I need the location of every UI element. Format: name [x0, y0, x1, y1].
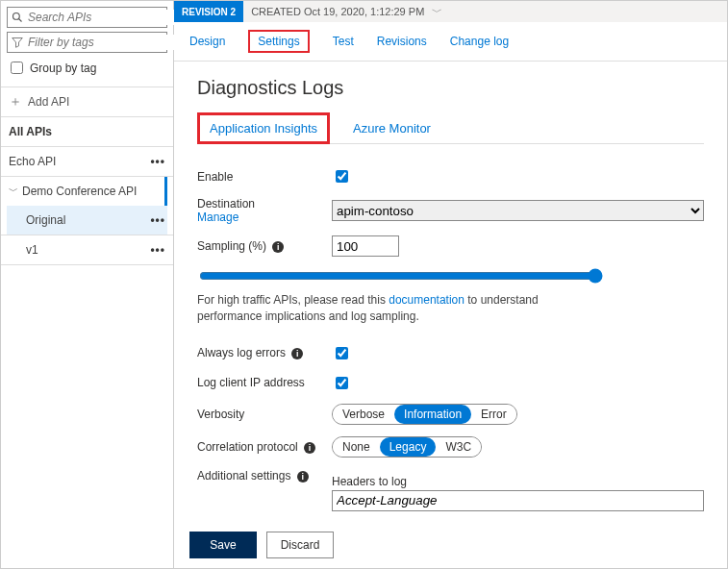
- save-button[interactable]: Save: [189, 532, 257, 558]
- destination-label: Destination: [197, 197, 332, 210]
- destination-select[interactable]: apim-contoso: [332, 200, 704, 221]
- all-apis-link[interactable]: All APIs: [7, 117, 167, 146]
- divider: [1, 264, 173, 265]
- revision-badge: REVISION 2: [174, 1, 243, 22]
- correlation-group: None Legacy W3C: [332, 436, 482, 458]
- tab-settings[interactable]: Settings: [248, 30, 309, 53]
- main-tabs: Design Settings Test Revisions Change lo…: [174, 22, 727, 62]
- enable-checkbox[interactable]: [336, 170, 348, 183]
- add-api-label: Add API: [28, 95, 69, 109]
- sampling-slider[interactable]: [199, 268, 603, 284]
- subtab-azure-monitor[interactable]: Azure Monitor: [351, 113, 433, 143]
- search-icon: [12, 12, 23, 23]
- chevron-down-icon[interactable]: ﹀: [432, 5, 442, 19]
- verbosity-verbose[interactable]: Verbose: [333, 405, 394, 424]
- filter-tags-box[interactable]: [7, 32, 167, 53]
- correlation-none[interactable]: None: [333, 437, 380, 457]
- api-item-echo[interactable]: Echo API •••: [7, 147, 167, 176]
- info-icon[interactable]: i: [272, 241, 284, 253]
- svg-line-1: [19, 19, 22, 22]
- always-log-errors-label: Always log errors: [197, 346, 286, 359]
- footer-actions: Save Discard: [174, 521, 727, 568]
- correlation-label: Correlation protocol: [197, 440, 298, 454]
- more-icon[interactable]: •••: [150, 155, 165, 168]
- api-item-label: Demo Conference API: [22, 185, 137, 198]
- tab-revisions[interactable]: Revisions: [377, 35, 427, 48]
- verbosity-group: Verbose Information Error: [332, 404, 517, 425]
- info-icon[interactable]: i: [297, 471, 309, 482]
- api-version-label: v1: [26, 243, 38, 257]
- search-apis-box[interactable]: [7, 7, 167, 28]
- enable-label: Enable: [197, 170, 332, 184]
- main-panel: REVISION 2 CREATED Oct 19, 2020, 1:12:29…: [174, 1, 727, 568]
- more-icon[interactable]: •••: [150, 243, 165, 257]
- additional-settings-label: Additional settings: [197, 469, 290, 482]
- discard-button[interactable]: Discard: [266, 532, 334, 558]
- api-item-demo-conference[interactable]: ﹀ Demo Conference API: [7, 177, 167, 206]
- headers-to-log-input[interactable]: [332, 490, 704, 511]
- page-title: Diagnostics Logs: [197, 77, 704, 99]
- api-version-v1[interactable]: v1 •••: [7, 235, 167, 264]
- filter-icon: [12, 37, 23, 48]
- correlation-legacy[interactable]: Legacy: [380, 437, 437, 457]
- verbosity-information[interactable]: Information: [394, 405, 471, 424]
- chevron-down-icon: ﹀: [9, 185, 18, 198]
- manage-link[interactable]: Manage: [197, 210, 332, 224]
- verbosity-error[interactable]: Error: [471, 405, 516, 424]
- tab-test[interactable]: Test: [333, 35, 354, 48]
- api-version-label: Original: [26, 213, 65, 227]
- sampling-label: Sampling (%): [197, 239, 266, 253]
- api-item-label: Echo API: [9, 155, 56, 168]
- correlation-w3c[interactable]: W3C: [436, 437, 481, 457]
- info-icon[interactable]: i: [304, 442, 315, 454]
- documentation-link[interactable]: documentation: [389, 293, 464, 307]
- search-input[interactable]: [26, 10, 175, 25]
- verbosity-label: Verbosity: [197, 408, 332, 421]
- tab-change-log[interactable]: Change log: [450, 35, 509, 48]
- always-log-errors-checkbox[interactable]: [336, 347, 348, 359]
- api-version-original[interactable]: Original •••: [7, 206, 167, 235]
- revision-created-text: CREATED Oct 19, 2020, 1:12:29 PM: [243, 6, 432, 17]
- sampling-note: For high traffic APIs, please read this …: [197, 292, 601, 325]
- client-ip-checkbox[interactable]: [336, 377, 348, 389]
- plus-icon: ＋: [9, 93, 22, 111]
- group-by-tag-checkbox[interactable]: [11, 62, 23, 74]
- subtab-application-insights[interactable]: Application Insights: [197, 112, 330, 144]
- svg-point-0: [13, 13, 20, 20]
- more-icon[interactable]: •••: [150, 213, 165, 227]
- filter-input[interactable]: [26, 35, 175, 50]
- tab-design[interactable]: Design: [189, 35, 225, 48]
- diagnostics-subtabs: Application Insights Azure Monitor: [197, 112, 704, 144]
- group-by-tag-row[interactable]: Group by tag: [7, 59, 167, 77]
- info-icon[interactable]: i: [291, 348, 303, 359]
- content-area: Diagnostics Logs Application Insights Az…: [174, 62, 727, 521]
- add-api-button[interactable]: ＋ Add API: [7, 87, 167, 116]
- revision-bar: REVISION 2 CREATED Oct 19, 2020, 1:12:29…: [174, 1, 727, 22]
- headers-to-log-label: Headers to log: [332, 475, 704, 488]
- client-ip-label: Log client IP address: [197, 376, 332, 389]
- sidebar: Group by tag ＋ Add API All APIs Echo API…: [1, 1, 174, 568]
- group-by-tag-label: Group by tag: [30, 62, 96, 75]
- sampling-input[interactable]: [332, 235, 399, 257]
